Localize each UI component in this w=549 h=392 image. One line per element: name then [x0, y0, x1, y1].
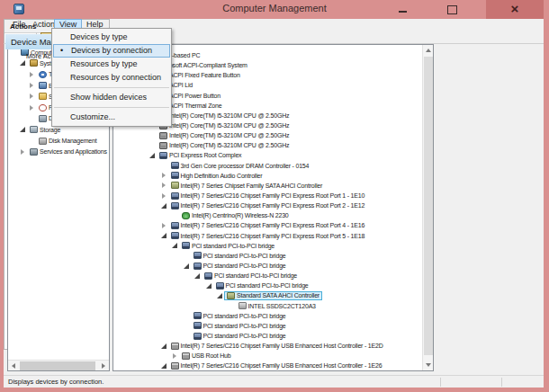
- tree-item-cell[interactable]: PCI standard PCI-to-PCI bridge: [191, 321, 289, 330]
- tree-item-cell[interactable]: High Definition Audio Controller: [168, 171, 266, 180]
- tree-item-cell[interactable]: Intel(R) 7 Series/C216 Chipset Family US…: [168, 361, 385, 370]
- tree-item-cell[interactable]: Disk Management: [36, 137, 99, 146]
- tree-item-cell[interactable]: Intel(R) Core(TM) i5-3210M CPU @ 2.50GHz: [157, 111, 292, 120]
- tree-item-cell[interactable]: Intel(R) Core(TM) i5-3210M CPU @ 2.50GHz: [157, 121, 292, 130]
- usb-icon: [182, 352, 190, 360]
- tree-item-cell[interactable]: PCI standard PCI-to-PCI bridge: [191, 262, 289, 271]
- tree-item-cell[interactable]: Intel(R) 7 Series/C216 Chipset Family US…: [168, 342, 386, 351]
- expander-icon[interactable]: [193, 272, 202, 280]
- scrollbar-thumb[interactable]: [20, 361, 95, 370]
- expander-icon[interactable]: [159, 172, 168, 179]
- tree-item[interactable]: Intel(R) Core(TM) i5-3210M CPU @ 2.50GHz: [113, 130, 433, 140]
- scroll-up-icon[interactable]: [423, 45, 434, 56]
- tree-item[interactable]: Intel(R) 7 Series/C216 Chipset Family PC…: [113, 220, 433, 230]
- tree-item-cell[interactable]: PCI standard PCI-to-PCI bridge: [191, 251, 289, 260]
- expander-icon[interactable]: [18, 126, 27, 133]
- tree-item[interactable]: PCI standard PCI-to-PCI bridge: [113, 271, 433, 281]
- tree-item[interactable]: Intel(R) 7 Series/C216 Chipset Family PC…: [113, 191, 433, 200]
- expander-icon[interactable]: [148, 152, 157, 159]
- menu-item-show-hidden-devices[interactable]: Show hidden devices: [53, 91, 170, 104]
- tree-item[interactable]: PCI standard PCI-to-PCI bridge: [113, 251, 433, 261]
- tree-item[interactable]: USB Root Hub: [113, 351, 433, 361]
- expander-icon[interactable]: [27, 93, 36, 100]
- tree-item-cell[interactable]: PCI standard PCI-to-PCI bridge: [191, 332, 289, 341]
- tree-item[interactable]: PCI standard PCI-to-PCI bridge: [113, 261, 433, 271]
- menu-item-devices-by-connection[interactable]: •Devices by connection: [53, 44, 170, 58]
- expander-icon[interactable]: [170, 352, 179, 360]
- tree-item[interactable]: Intel(R) 7 Series Chipset Family SATA AH…: [113, 181, 433, 191]
- tree-item-cell[interactable]: INTEL SSDSC2CT120A3: [236, 301, 319, 310]
- tree-item-cell[interactable]: Intel(R) 7 Series/C216 Chipset Family PC…: [168, 201, 368, 210]
- minimize-button[interactable]: [387, 0, 418, 19]
- tree-item[interactable]: Services and Applications: [8, 147, 109, 157]
- tree-item-cell[interactable]: Intel(R) Core(TM) i5-3210M CPU @ 2.50GHz: [157, 131, 292, 140]
- scrollbar-thumb[interactable]: [424, 57, 433, 355]
- expander-icon[interactable]: [27, 71, 36, 78]
- vertical-scrollbar[interactable]: [422, 45, 433, 370]
- tree-item[interactable]: Intel(R) 7 Series/C216 Chipset Family US…: [113, 361, 433, 370]
- tree-item-cell[interactable]: Intel(R) 7 Series Chipset Family SATA AH…: [168, 181, 326, 190]
- tree-item[interactable]: PCI standard PCI-to-PCI bridge: [113, 241, 433, 251]
- tree-item-cell[interactable]: Intel(R) 7 Series/C216 Chipset Family PC…: [168, 221, 368, 230]
- scroll-left-icon[interactable]: [8, 361, 19, 371]
- tree-item[interactable]: 3rd Gen Core processor DRAM Controller -…: [113, 161, 433, 171]
- tree-item-cell[interactable]: Intel(R) Core(TM) i5-3210M CPU @ 2.50GHz: [157, 141, 292, 150]
- scroll-right-icon[interactable]: [98, 361, 109, 371]
- tree-item[interactable]: High Definition Audio Controller: [113, 171, 433, 181]
- tree-item-cell[interactable]: 3rd Gen Core processor DRAM Controller -…: [168, 161, 312, 170]
- expander-icon[interactable]: [159, 232, 168, 239]
- expander-icon[interactable]: [159, 192, 168, 200]
- expander-icon[interactable]: [215, 292, 224, 299]
- tree-item[interactable]: Disk Management: [8, 135, 109, 146]
- menu-file[interactable]: File: [8, 19, 31, 30]
- tree-item-label: Intel(R) Core(TM) i5-3210M CPU @ 2.50GHz: [169, 112, 289, 119]
- tree-item[interactable]: PCI standard PCI-to-PCI bridge: [113, 311, 433, 321]
- tree-item[interactable]: Intel(R) Centrino(R) Wireless-N 2230: [113, 210, 433, 220]
- expander-icon[interactable]: [159, 343, 168, 350]
- horizontal-scrollbar[interactable]: [8, 360, 109, 370]
- tree-item[interactable]: Intel(R) 7 Series/C216 Chipset Family PC…: [113, 231, 433, 241]
- tree-item[interactable]: PCI standard PCI-to-PCI bridge: [113, 331, 433, 341]
- tree-item-cell[interactable]: PCI standard PCI-to-PCI bridge: [179, 241, 277, 250]
- tree-item[interactable]: INTEL SSDSC2CT120A3: [113, 301, 433, 311]
- expander-icon[interactable]: [159, 202, 168, 209]
- tree-item[interactable]: Intel(R) Core(TM) i5-3210M CPU @ 2.50GHz: [113, 140, 433, 150]
- menu-item-resources-by-type[interactable]: Resources by type: [53, 58, 170, 71]
- close-button[interactable]: [486, 0, 544, 19]
- expander-icon[interactable]: [170, 242, 179, 249]
- scroll-down-icon[interactable]: [423, 360, 434, 370]
- tree-item-cell[interactable]: PCI Express Root Complex: [157, 151, 244, 160]
- status-divider: [501, 378, 502, 387]
- titlebar[interactable]: Computer Management: [0, 0, 549, 19]
- disk-icon: [238, 302, 247, 309]
- expander-icon[interactable]: [27, 82, 36, 89]
- menu-item-customize[interactable]: Customize...: [53, 111, 170, 124]
- pci-icon: [194, 322, 202, 329]
- tree-item[interactable]: PCI standard PCI-to-PCI bridge: [113, 281, 433, 290]
- tree-item-cell[interactable]: PCI standard PCI-to-PCI bridge: [191, 311, 289, 320]
- expander-icon[interactable]: [18, 148, 27, 156]
- expander-icon[interactable]: [159, 222, 168, 229]
- tree-item-selected[interactable]: Standard SATA AHCI Controller: [224, 291, 322, 300]
- tree-item[interactable]: PCI Express Root Complex: [113, 150, 433, 160]
- tree-item[interactable]: Intel(R) 7 Series/C216 Chipset Family PC…: [113, 200, 433, 210]
- expander-icon[interactable]: [182, 263, 191, 270]
- menu-item-resources-by-connection[interactable]: Resources by connection: [53, 71, 170, 85]
- expander-icon[interactable]: [27, 104, 36, 111]
- tree-item-cell[interactable]: USB Root Hub: [179, 352, 234, 361]
- tree-item[interactable]: PCI standard PCI-to-PCI bridge: [113, 321, 433, 331]
- expander-icon[interactable]: [204, 282, 213, 290]
- tree-item[interactable]: Intel(R) 7 Series/C216 Chipset Family US…: [113, 341, 433, 351]
- maximize-button[interactable]: [436, 0, 466, 19]
- wifi-icon: [182, 212, 190, 219]
- tree-item[interactable]: Standard SATA AHCI Controller: [113, 290, 433, 300]
- tree-item-cell[interactable]: Intel(R) Centrino(R) Wireless-N 2230: [179, 211, 292, 220]
- tree-item-cell[interactable]: PCI standard PCI-to-PCI bridge: [202, 272, 300, 281]
- expander-icon[interactable]: [159, 182, 168, 189]
- menu-item-devices-by-type[interactable]: Devices by type: [53, 31, 170, 44]
- expander-icon[interactable]: [159, 362, 168, 370]
- tree-item-cell[interactable]: Intel(R) 7 Series/C216 Chipset Family PC…: [168, 231, 368, 240]
- tree-item-cell[interactable]: Services and Applications: [27, 147, 110, 156]
- tree-item-cell[interactable]: Intel(R) 7 Series/C216 Chipset Family PC…: [168, 192, 368, 200]
- tree-item-cell[interactable]: PCI standard PCI-to-PCI bridge: [213, 281, 311, 290]
